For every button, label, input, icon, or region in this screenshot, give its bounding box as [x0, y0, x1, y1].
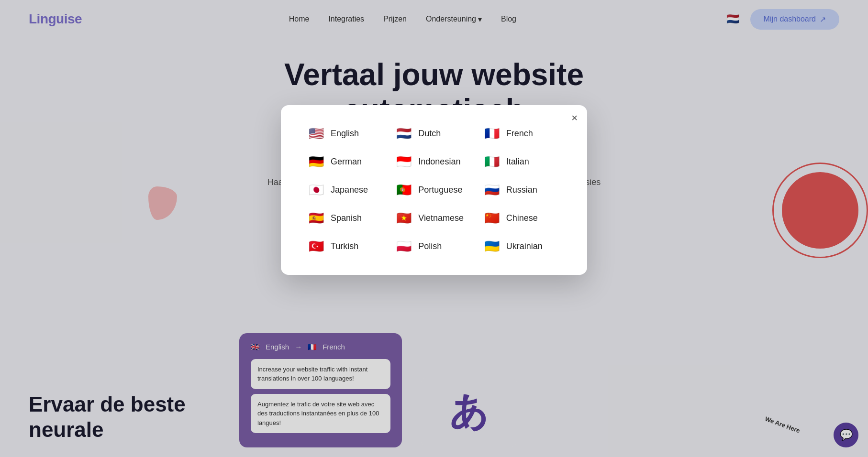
vietnamese-flag: 🇻🇳 [395, 211, 412, 226]
italian-label: Italian [506, 157, 529, 167]
language-modal: × 🇺🇸 English 🇳🇱 Dutch 🇫🇷 French 🇩🇪 Germa… [281, 105, 587, 275]
russian-label: Russian [506, 185, 537, 195]
dutch-label: Dutch [418, 129, 441, 139]
lang-item-portuguese[interactable]: 🇵🇹 Portuguese [392, 181, 475, 199]
italian-flag: 🇮🇹 [483, 154, 501, 169]
spanish-flag: 🇪🇸 [308, 211, 325, 226]
english-flag: 🇺🇸 [308, 126, 325, 141]
polish-flag: 🇵🇱 [395, 239, 412, 254]
ukrainian-label: Ukrainian [506, 241, 543, 251]
turkish-flag: 🇹🇷 [308, 239, 325, 254]
lang-item-japanese[interactable]: 🇯🇵 Japanese [305, 181, 388, 199]
close-button[interactable]: × [571, 113, 578, 123]
lang-item-vietnamese[interactable]: 🇻🇳 Vietnamese [392, 209, 475, 228]
turkish-label: Turkish [331, 241, 358, 251]
polish-label: Polish [418, 241, 442, 251]
language-grid: 🇺🇸 English 🇳🇱 Dutch 🇫🇷 French 🇩🇪 German … [305, 124, 563, 256]
lang-item-german[interactable]: 🇩🇪 German [305, 152, 388, 171]
dutch-flag: 🇳🇱 [395, 126, 412, 141]
portuguese-label: Portuguese [418, 185, 462, 195]
french-flag: 🇫🇷 [483, 126, 501, 141]
chinese-flag: 🇨🇳 [483, 211, 501, 226]
lang-item-chinese[interactable]: 🇨🇳 Chinese [480, 209, 563, 228]
lang-item-english[interactable]: 🇺🇸 English [305, 124, 388, 143]
japanese-label: Japanese [331, 185, 368, 195]
lang-item-ukrainian[interactable]: 🇺🇦 Ukrainian [480, 237, 563, 256]
russian-flag: 🇷🇺 [483, 183, 501, 197]
portuguese-flag: 🇵🇹 [395, 183, 412, 197]
vietnamese-label: Vietnamese [418, 213, 464, 223]
german-label: German [331, 157, 362, 167]
lang-item-dutch[interactable]: 🇳🇱 Dutch [392, 124, 475, 143]
chinese-label: Chinese [506, 213, 538, 223]
lang-item-italian[interactable]: 🇮🇹 Italian [480, 152, 563, 171]
french-label: French [506, 129, 533, 139]
lang-item-russian[interactable]: 🇷🇺 Russian [480, 181, 563, 199]
lang-item-polish[interactable]: 🇵🇱 Polish [392, 237, 475, 256]
german-flag: 🇩🇪 [308, 154, 325, 169]
english-label: English [331, 129, 359, 139]
lang-item-spanish[interactable]: 🇪🇸 Spanish [305, 209, 388, 228]
lang-item-turkish[interactable]: 🇹🇷 Turkish [305, 237, 388, 256]
ukrainian-flag: 🇺🇦 [483, 239, 501, 254]
japanese-flag: 🇯🇵 [308, 183, 325, 197]
indonesian-flag: 🇮🇩 [395, 154, 412, 169]
spanish-label: Spanish [331, 213, 362, 223]
indonesian-label: Indonesian [418, 157, 460, 167]
lang-item-indonesian[interactable]: 🇮🇩 Indonesian [392, 152, 475, 171]
lang-item-french[interactable]: 🇫🇷 French [480, 124, 563, 143]
